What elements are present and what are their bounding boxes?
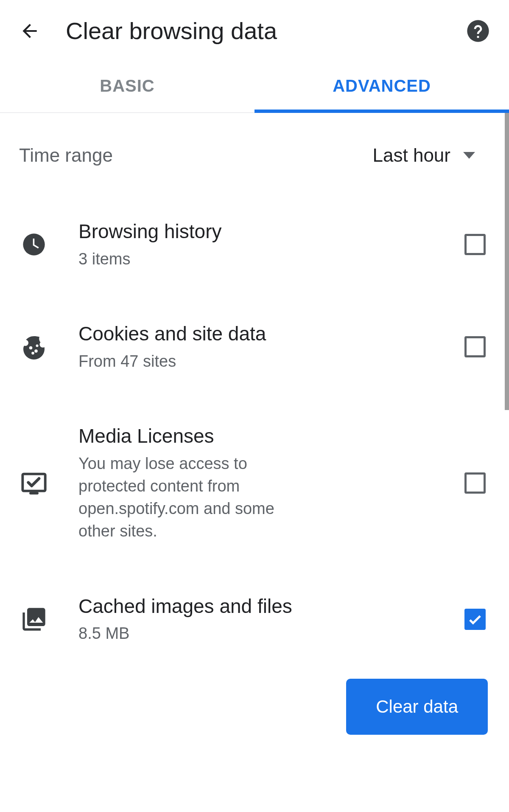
item-title: Browsing history [78, 219, 456, 244]
checkbox-cookies[interactable] [464, 336, 486, 357]
time-range-row: Time range Last hour [0, 113, 509, 202]
tab-advanced[interactable]: ADVANCED [255, 57, 509, 112]
list-item-text: Media Licenses You may lose access to pr… [78, 424, 456, 543]
item-subtitle: 8.5 MB [78, 622, 312, 645]
item-cookies[interactable]: Cookies and site data From 47 sites [0, 304, 509, 390]
time-range-value: Last hour [373, 145, 450, 166]
list-item-text: Cached images and files 8.5 MB [78, 594, 456, 645]
time-range-label: Time range [19, 145, 113, 166]
time-range-dropdown[interactable]: Last hour [373, 145, 490, 166]
svg-point-0 [467, 20, 489, 42]
image-stack-icon [19, 606, 49, 633]
svg-point-2 [29, 346, 33, 350]
list-item-text: Browsing history 3 items [78, 219, 456, 270]
cookie-icon [19, 334, 49, 360]
item-title: Cached images and files [78, 594, 456, 619]
scrollbar[interactable] [505, 113, 509, 410]
svg-point-3 [34, 350, 38, 353]
list-item-text: Cookies and site data From 47 sites [78, 321, 456, 373]
page-title: Clear browsing data [66, 17, 466, 45]
content-area: Time range Last hour Browsing history 3 … [0, 113, 509, 747]
help-button[interactable] [466, 19, 490, 43]
header: Clear browsing data [0, 0, 509, 57]
tv-check-icon [19, 469, 49, 497]
item-title: Media Licenses [78, 424, 456, 449]
svg-point-5 [36, 345, 39, 347]
clear-data-button[interactable]: Clear data [346, 679, 488, 735]
footer: Clear data [0, 666, 509, 747]
item-browsing-history[interactable]: Browsing history 3 items [0, 202, 509, 287]
back-button[interactable] [19, 20, 40, 42]
item-subtitle: From 47 sites [78, 350, 312, 373]
item-subtitle: 3 items [78, 248, 312, 270]
item-media-licenses[interactable]: Media Licenses You may lose access to pr… [0, 407, 509, 560]
item-title: Cookies and site data [78, 321, 456, 347]
svg-point-4 [31, 352, 34, 355]
chevron-down-icon [463, 152, 475, 159]
clock-icon [19, 233, 49, 256]
check-icon [467, 611, 483, 627]
checkbox-browsing-history[interactable] [464, 234, 486, 255]
tab-bar: BASIC ADVANCED [0, 57, 509, 113]
item-subtitle: You may lose access to protected content… [78, 452, 312, 543]
tab-basic[interactable]: BASIC [0, 57, 255, 112]
help-icon [466, 19, 490, 43]
checkbox-cached-images[interactable] [464, 609, 486, 630]
checkbox-media-licenses[interactable] [464, 472, 486, 494]
item-cached-images[interactable]: Cached images and files 8.5 MB [0, 577, 509, 662]
arrow-left-icon [19, 20, 40, 42]
